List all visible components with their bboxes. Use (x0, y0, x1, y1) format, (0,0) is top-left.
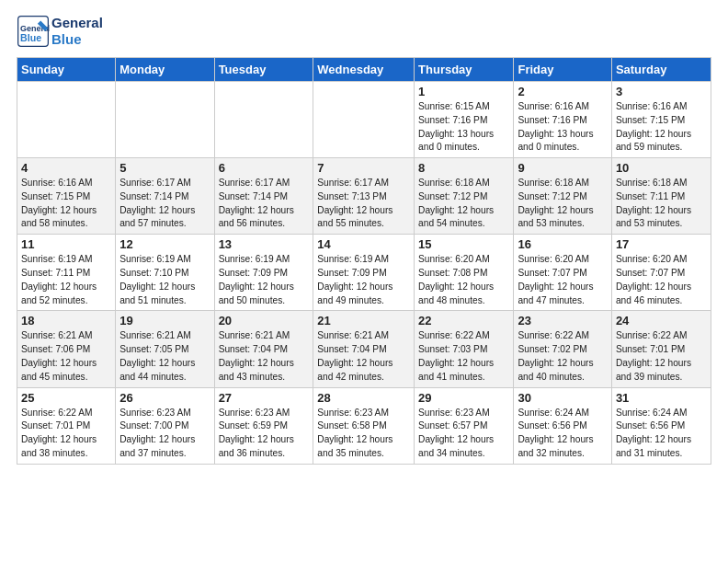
day-info: Sunrise: 6:22 AM Sunset: 7:02 PM Dayligh… (518, 329, 607, 384)
calendar-cell: 4Sunrise: 6:16 AM Sunset: 7:15 PM Daylig… (17, 158, 116, 235)
day-number: 6 (219, 161, 310, 175)
calendar-cell: 26Sunrise: 6:23 AM Sunset: 7:00 PM Dayli… (116, 387, 214, 464)
calendar-cell: 29Sunrise: 6:23 AM Sunset: 6:57 PM Dayli… (415, 387, 514, 464)
calendar-week-row: 11Sunrise: 6:19 AM Sunset: 7:11 PM Dayli… (17, 235, 711, 311)
day-info: Sunrise: 6:22 AM Sunset: 7:01 PM Dayligh… (616, 329, 707, 384)
day-info: Sunrise: 6:15 AM Sunset: 7:16 PM Dayligh… (418, 100, 509, 155)
calendar-cell (17, 82, 116, 158)
day-info: Sunrise: 6:20 AM Sunset: 7:07 PM Dayligh… (518, 253, 607, 307)
day-number: 11 (21, 237, 111, 251)
day-number: 27 (219, 391, 310, 405)
day-number: 29 (418, 391, 509, 405)
day-number: 31 (616, 391, 707, 405)
weekday-header: Tuesday (214, 58, 313, 82)
calendar-cell: 1Sunrise: 6:15 AM Sunset: 7:16 PM Daylig… (415, 82, 514, 158)
calendar-cell: 6Sunrise: 6:17 AM Sunset: 7:14 PM Daylig… (214, 158, 313, 235)
calendar-cell: 10Sunrise: 6:18 AM Sunset: 7:11 PM Dayli… (611, 158, 711, 235)
calendar-week-row: 25Sunrise: 6:22 AM Sunset: 7:01 PM Dayli… (17, 387, 711, 464)
day-number: 18 (21, 314, 111, 327)
weekday-header: Thursday (415, 58, 514, 82)
day-info: Sunrise: 6:18 AM Sunset: 7:12 PM Dayligh… (418, 177, 509, 231)
calendar-week-row: 18Sunrise: 6:21 AM Sunset: 7:06 PM Dayli… (17, 311, 711, 387)
calendar-cell: 5Sunrise: 6:17 AM Sunset: 7:14 PM Daylig… (116, 158, 214, 235)
day-number: 19 (119, 314, 210, 327)
day-info: Sunrise: 6:16 AM Sunset: 7:15 PM Dayligh… (616, 100, 707, 155)
day-info: Sunrise: 6:21 AM Sunset: 7:04 PM Dayligh… (317, 329, 410, 384)
calendar-cell: 9Sunrise: 6:18 AM Sunset: 7:12 PM Daylig… (514, 158, 611, 235)
day-info: Sunrise: 6:23 AM Sunset: 6:57 PM Dayligh… (418, 407, 509, 461)
day-info: Sunrise: 6:17 AM Sunset: 7:14 PM Dayligh… (219, 177, 310, 231)
day-info: Sunrise: 6:18 AM Sunset: 7:11 PM Dayligh… (616, 177, 707, 231)
day-number: 22 (418, 314, 509, 327)
day-number: 12 (119, 237, 210, 251)
calendar-cell: 12Sunrise: 6:19 AM Sunset: 7:10 PM Dayli… (116, 235, 214, 311)
calendar-week-row: 4Sunrise: 6:16 AM Sunset: 7:15 PM Daylig… (17, 158, 711, 235)
calendar-cell: 3Sunrise: 6:16 AM Sunset: 7:15 PM Daylig… (611, 82, 711, 158)
calendar-cell: 28Sunrise: 6:23 AM Sunset: 6:58 PM Dayli… (313, 387, 415, 464)
logo-blue: Blue (51, 31, 103, 48)
calendar-cell: 23Sunrise: 6:22 AM Sunset: 7:02 PM Dayli… (514, 311, 611, 387)
logo: General Blue General Blue (17, 15, 103, 48)
calendar-cell: 16Sunrise: 6:20 AM Sunset: 7:07 PM Dayli… (514, 235, 611, 311)
page: General Blue General Blue SundayMondayTu… (0, 0, 728, 474)
day-number: 21 (317, 314, 410, 327)
day-info: Sunrise: 6:24 AM Sunset: 6:56 PM Dayligh… (518, 407, 607, 461)
day-number: 5 (119, 161, 210, 175)
day-number: 17 (616, 237, 707, 251)
day-info: Sunrise: 6:18 AM Sunset: 7:12 PM Dayligh… (518, 177, 607, 231)
day-info: Sunrise: 6:16 AM Sunset: 7:16 PM Dayligh… (518, 100, 607, 155)
day-number: 4 (21, 161, 111, 175)
weekday-header: Monday (116, 58, 214, 82)
day-number: 1 (418, 85, 509, 98)
calendar-week-row: 1Sunrise: 6:15 AM Sunset: 7:16 PM Daylig… (17, 82, 711, 158)
day-number: 10 (616, 161, 707, 175)
day-info: Sunrise: 6:17 AM Sunset: 7:13 PM Dayligh… (317, 177, 410, 231)
day-number: 30 (518, 391, 607, 405)
day-number: 9 (518, 161, 607, 175)
day-number: 16 (518, 237, 607, 251)
weekday-header: Saturday (611, 58, 711, 82)
day-info: Sunrise: 6:19 AM Sunset: 7:10 PM Dayligh… (119, 253, 210, 307)
calendar-cell: 31Sunrise: 6:24 AM Sunset: 6:56 PM Dayli… (611, 387, 711, 464)
day-number: 14 (317, 237, 410, 251)
calendar-cell (116, 82, 214, 158)
calendar-cell: 18Sunrise: 6:21 AM Sunset: 7:06 PM Dayli… (17, 311, 116, 387)
calendar-cell: 30Sunrise: 6:24 AM Sunset: 6:56 PM Dayli… (514, 387, 611, 464)
calendar-cell: 24Sunrise: 6:22 AM Sunset: 7:01 PM Dayli… (611, 311, 711, 387)
day-info: Sunrise: 6:16 AM Sunset: 7:15 PM Dayligh… (21, 177, 111, 231)
calendar-cell: 13Sunrise: 6:19 AM Sunset: 7:09 PM Dayli… (214, 235, 313, 311)
weekday-header: Wednesday (313, 58, 415, 82)
calendar-cell: 20Sunrise: 6:21 AM Sunset: 7:04 PM Dayli… (214, 311, 313, 387)
day-number: 28 (317, 391, 410, 405)
header-row: SundayMondayTuesdayWednesdayThursdayFrid… (17, 58, 711, 82)
calendar-cell: 19Sunrise: 6:21 AM Sunset: 7:05 PM Dayli… (116, 311, 214, 387)
calendar-cell: 27Sunrise: 6:23 AM Sunset: 6:59 PM Dayli… (214, 387, 313, 464)
day-info: Sunrise: 6:21 AM Sunset: 7:04 PM Dayligh… (219, 329, 310, 384)
weekday-header: Friday (514, 58, 611, 82)
day-number: 25 (21, 391, 111, 405)
day-info: Sunrise: 6:19 AM Sunset: 7:09 PM Dayligh… (317, 253, 410, 307)
day-info: Sunrise: 6:21 AM Sunset: 7:06 PM Dayligh… (21, 329, 111, 384)
weekday-header: Sunday (17, 58, 116, 82)
day-number: 26 (119, 391, 210, 405)
day-info: Sunrise: 6:17 AM Sunset: 7:14 PM Dayligh… (119, 177, 210, 231)
day-info: Sunrise: 6:23 AM Sunset: 6:59 PM Dayligh… (219, 407, 310, 461)
logo-general: General (51, 15, 103, 31)
day-info: Sunrise: 6:20 AM Sunset: 7:07 PM Dayligh… (616, 253, 707, 307)
day-number: 3 (616, 85, 707, 98)
day-info: Sunrise: 6:23 AM Sunset: 6:58 PM Dayligh… (317, 407, 410, 461)
calendar-cell: 17Sunrise: 6:20 AM Sunset: 7:07 PM Dayli… (611, 235, 711, 311)
svg-text:Blue: Blue (20, 32, 41, 43)
calendar-cell: 8Sunrise: 6:18 AM Sunset: 7:12 PM Daylig… (415, 158, 514, 235)
day-number: 20 (219, 314, 310, 327)
day-number: 7 (317, 161, 410, 175)
day-info: Sunrise: 6:20 AM Sunset: 7:08 PM Dayligh… (418, 253, 509, 307)
logo-icon: General Blue (17, 15, 50, 48)
day-number: 13 (219, 237, 310, 251)
calendar-cell: 14Sunrise: 6:19 AM Sunset: 7:09 PM Dayli… (313, 235, 415, 311)
calendar-cell (214, 82, 313, 158)
calendar-cell: 7Sunrise: 6:17 AM Sunset: 7:13 PM Daylig… (313, 158, 415, 235)
calendar-cell: 22Sunrise: 6:22 AM Sunset: 7:03 PM Dayli… (415, 311, 514, 387)
calendar-table: SundayMondayTuesdayWednesdayThursdayFrid… (17, 57, 711, 465)
day-info: Sunrise: 6:21 AM Sunset: 7:05 PM Dayligh… (119, 329, 210, 384)
